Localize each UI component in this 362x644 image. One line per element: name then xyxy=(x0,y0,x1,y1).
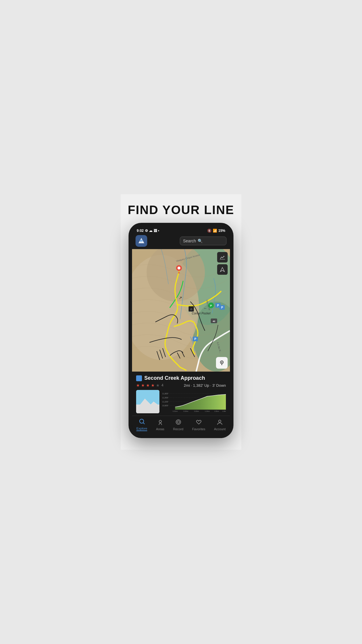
nav-item-areas[interactable]: Areas xyxy=(156,419,164,431)
stars-row: ★ ★ ★ ★ ★ 4 xyxy=(136,383,164,388)
top-bar: ❄ Search 🔍 xyxy=(132,234,230,249)
trail-stats: 2mi · 1,382' Up · 3' Down xyxy=(184,383,226,388)
search-box[interactable]: Search 🔍 xyxy=(180,237,226,245)
rating-count: 4 xyxy=(161,383,164,387)
svg-text:0.93mi: 0.93mi xyxy=(194,410,199,412)
trail-meta-row: ★ ★ ★ ★ ★ 4 2mi · 1,382' Up · 3' Down xyxy=(136,383,226,388)
phone-frame: 9:02 ⚙ ☁ 🖼 • 🔇 📶 15% ❄ xyxy=(129,223,233,438)
svg-point-62 xyxy=(219,420,221,422)
explore-icon xyxy=(139,418,145,426)
terrain-button[interactable] xyxy=(217,252,228,262)
trail-name: Second Creek Approach xyxy=(144,375,205,381)
svg-text:←: ← xyxy=(204,306,207,310)
mute-icon: 🔇 xyxy=(207,229,212,233)
svg-point-37 xyxy=(221,362,222,363)
svg-text:P: P xyxy=(210,304,212,307)
nav-label-account: Account xyxy=(214,427,226,431)
svg-text:11,800': 11,800' xyxy=(162,393,168,395)
time: 9:02 xyxy=(137,229,144,233)
pin-button[interactable] xyxy=(216,357,228,369)
search-text: Search xyxy=(183,239,196,243)
svg-text:1.24mi: 1.24mi xyxy=(205,410,210,412)
app-logo: ❄ xyxy=(136,235,147,247)
svg-text:P: P xyxy=(217,304,219,307)
battery: 15% xyxy=(218,229,225,233)
elevation-row: 11,800' 11,500' 11,200' 10,800' xyxy=(136,390,226,413)
svg-point-57 xyxy=(140,419,144,423)
svg-point-15 xyxy=(178,267,180,270)
trail-photo[interactable] xyxy=(136,390,159,413)
status-bar: 9:02 ⚙ ☁ 🖼 • 🔇 📶 15% xyxy=(132,226,230,234)
star-3: ★ xyxy=(146,383,150,388)
star-4: ★ xyxy=(151,383,155,388)
record-icon xyxy=(175,419,182,427)
elevation-chart: 11,800' 11,500' 11,200' 10,800' xyxy=(162,390,226,413)
svg-text:P: P xyxy=(194,337,196,341)
nav-item-account[interactable]: Account xyxy=(214,419,226,431)
bottom-nav: Explore Areas xyxy=(132,416,230,435)
svg-point-59 xyxy=(159,420,161,423)
nav-item-record[interactable]: Record xyxy=(173,419,183,431)
svg-text:⌂: ⌂ xyxy=(190,307,192,311)
star-2: ★ xyxy=(141,383,145,388)
svg-line-58 xyxy=(143,423,145,424)
map-svg: 40 xyxy=(132,249,230,372)
star-5-empty: ★ xyxy=(156,383,160,388)
svg-text:11,200': 11,200' xyxy=(162,401,168,403)
svg-text:0.62mi: 0.62mi xyxy=(183,410,188,412)
svg-text:Corner Pocket: Corner Pocket xyxy=(192,312,211,315)
areas-icon xyxy=(157,419,164,427)
navigate-button[interactable] xyxy=(217,264,228,275)
svg-text:1.55mi: 1.55mi xyxy=(214,410,219,412)
account-icon xyxy=(217,419,223,427)
svg-point-60 xyxy=(176,420,181,424)
map-button-group xyxy=(217,252,228,275)
svg-text:0.31mi: 0.31mi xyxy=(173,410,178,412)
favorites-icon xyxy=(196,419,202,427)
svg-text:❄: ❄ xyxy=(140,240,143,243)
headline: FIND YOUR LINE xyxy=(121,194,241,223)
map-area[interactable]: 40 xyxy=(132,249,230,372)
svg-marker-35 xyxy=(220,267,224,272)
nav-label-areas: Areas xyxy=(156,427,164,431)
nav-label-record: Record xyxy=(173,427,183,431)
svg-text:P: P xyxy=(221,306,223,309)
info-panel: Second Creek Approach ★ ★ ★ ★ ★ 4 2mi · … xyxy=(132,372,230,416)
nav-item-favorites[interactable]: Favorites xyxy=(192,419,205,431)
star-1: ★ xyxy=(136,383,140,388)
svg-text:40: 40 xyxy=(213,320,215,323)
svg-text:1.86mi: 1.86mi xyxy=(222,410,226,412)
nav-label-favorites: Favorites xyxy=(192,427,205,431)
wifi-icon: 📶 xyxy=(213,229,217,233)
status-icons: ⚙ ☁ 🖼 • xyxy=(145,229,159,233)
svg-text:10,800': 10,800' xyxy=(162,405,168,407)
svg-point-61 xyxy=(177,421,180,423)
nav-item-explore[interactable]: Explore xyxy=(136,418,147,431)
nav-label-explore: Explore xyxy=(136,427,147,431)
svg-text:↗: ↗ xyxy=(179,295,182,300)
search-icon: 🔍 xyxy=(198,239,203,243)
page-wrapper: FIND YOUR LINE 9:02 ⚙ ☁ 🖼 • 🔇 📶 15% xyxy=(121,194,241,450)
svg-text:11,500': 11,500' xyxy=(162,397,168,399)
phone-screen: 9:02 ⚙ ☁ 🖼 • 🔇 📶 15% ❄ xyxy=(132,226,230,435)
trail-color-indicator xyxy=(136,375,142,381)
trail-title-row: Second Creek Approach xyxy=(136,375,226,381)
